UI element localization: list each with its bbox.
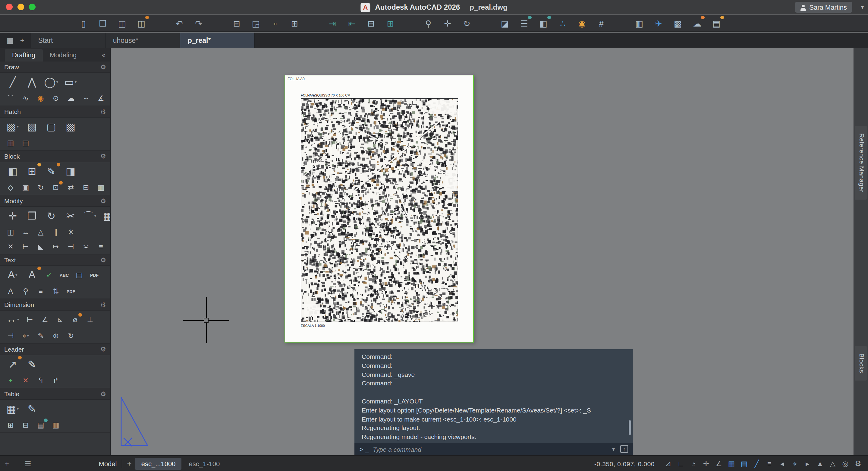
save-as-icon[interactable]: ◫	[135, 17, 148, 30]
dimension-break-tool[interactable]: ⊣	[5, 330, 16, 341]
light-icon[interactable]: ◉	[576, 17, 588, 30]
gear-icon[interactable]: ⚙	[100, 108, 106, 116]
new-file-icon[interactable]: ▯	[77, 17, 90, 30]
ortho-icon[interactable]: ∟	[676, 458, 686, 469]
block-attributes-tool[interactable]: ◨	[63, 164, 79, 178]
gear-icon[interactable]: ⚙	[100, 256, 106, 264]
cloud-icon[interactable]: ☁	[691, 17, 704, 30]
palettes-icon[interactable]: ▥	[633, 17, 646, 30]
palette-menu-icon[interactable]: ☰	[25, 459, 31, 468]
gear-icon[interactable]: ⚙	[100, 197, 106, 205]
scale-tool[interactable]: △	[35, 227, 46, 238]
rectangle-tool[interactable]: ▭▾	[63, 75, 79, 89]
pan-icon[interactable]: ✛	[441, 17, 454, 30]
mtext-tool[interactable]: A▾	[5, 268, 21, 282]
image-icon[interactable]: ▩	[672, 17, 684, 30]
field-icon[interactable]: #	[595, 17, 608, 30]
page-setup-icon[interactable]: ▫	[269, 17, 281, 30]
fillet-tool[interactable]: ⌒▾	[82, 209, 98, 223]
arc-tool[interactable]: ⌒	[5, 93, 16, 104]
osnap-tracking-icon[interactable]: ✛	[701, 458, 711, 469]
multileader-style-tool[interactable]: ✎	[24, 357, 40, 372]
align-leaders-tool[interactable]: ↰	[35, 375, 46, 386]
lengthen-tool[interactable]: ↦	[50, 241, 61, 252]
overkill-tool[interactable]: ▭	[110, 241, 111, 252]
block-editor-tool[interactable]: ⊞	[110, 182, 111, 193]
command-menu-caret-icon[interactable]: ▾	[612, 446, 615, 452]
center-mark-tool[interactable]: ⌖▾	[20, 330, 31, 341]
gear-icon[interactable]: ⚙	[100, 390, 106, 398]
file-tab-uhouse[interactable]: uhouse*	[106, 33, 181, 48]
isodraft-icon[interactable]: ∠	[714, 458, 724, 469]
chamfer-tool[interactable]: ◣	[35, 241, 46, 252]
polar-tracking-icon[interactable]: ◔	[688, 458, 699, 469]
pdf-import-icon[interactable]: ⇥	[326, 17, 339, 30]
fullscreen-window-button[interactable]	[29, 4, 36, 10]
insert-block-tool[interactable]: ◧	[5, 164, 21, 178]
add-leader-tool[interactable]: +	[5, 375, 16, 386]
command-scrollbar[interactable]	[629, 420, 631, 435]
align-tool[interactable]: ≡	[95, 241, 107, 252]
palette-tab-blocks[interactable]: Blocks	[855, 346, 867, 380]
gear-icon[interactable]: ⚙	[100, 152, 106, 160]
share-icon[interactable]: ✈	[652, 17, 665, 30]
copy-tool[interactable]: ❐	[24, 209, 40, 223]
table-tool[interactable]: ▦▾	[5, 402, 21, 416]
scale-text-tool[interactable]: ⇅	[50, 286, 61, 297]
multileader-tool[interactable]: ↗	[5, 357, 21, 372]
trim-tool[interactable]: ✂	[63, 209, 79, 223]
layer-icon[interactable]: ☰	[518, 17, 530, 30]
text-style-tool[interactable]: ▤	[73, 270, 85, 281]
revision-cloud-tool[interactable]: ☁	[65, 93, 76, 104]
insert-block-icon[interactable]: ◧	[537, 17, 550, 30]
merge-cells-tool[interactable]: ⊟	[20, 420, 31, 431]
palette-tab-drafting[interactable]: Drafting	[5, 49, 42, 61]
layout-tab-esc-1000[interactable]: esc_...1000	[135, 458, 182, 470]
snap-icon[interactable]: ▤	[739, 458, 749, 469]
remove-leader-tool[interactable]: ✕	[20, 375, 31, 386]
undo-icon[interactable]: ↶	[173, 17, 186, 30]
polyline-tool[interactable]: ⋀	[24, 75, 40, 89]
angular-dimension-tool[interactable]: ⊾	[54, 314, 66, 325]
insert-cell-tool[interactable]: ⊞	[5, 420, 16, 431]
new-tab-icon[interactable]: +	[20, 36, 24, 44]
hatch-edit-tool[interactable]: ▦	[5, 138, 16, 148]
point-tool[interactable]: ◉	[35, 93, 46, 104]
measure-tool[interactable]: ∡	[95, 93, 107, 104]
command-share-icon[interactable]: ↑	[620, 445, 628, 453]
command-input[interactable]	[373, 445, 608, 452]
join-tool[interactable]: ≍	[80, 241, 92, 252]
orbit-icon[interactable]: ↻	[461, 17, 473, 30]
user-account-button[interactable]: Sara Martins	[795, 2, 852, 13]
hatch-tool[interactable]: ▨▾	[5, 119, 21, 134]
diameter-dimension-tool[interactable]: ⌀	[69, 314, 81, 325]
selection-cursor-icon[interactable]: ⌖	[789, 458, 800, 469]
data-link-tool[interactable]: ▤	[35, 420, 46, 431]
text-abc-tool[interactable]: ABC	[59, 270, 70, 281]
annotation-visibility-icon[interactable]: ▲	[815, 458, 825, 469]
match-properties-icon[interactable]: ◪	[498, 17, 511, 30]
point-style-icon[interactable]: ∴	[556, 17, 569, 30]
block-library-tool[interactable]: ▥	[95, 182, 107, 193]
gear-icon[interactable]: ⚙	[100, 301, 106, 308]
write-block-tool[interactable]: ⊟	[80, 182, 92, 193]
move-tool[interactable]: ✛	[5, 209, 21, 223]
gear-icon[interactable]: ⚙	[100, 63, 106, 71]
tab-overview-icon[interactable]: ▦	[7, 36, 13, 44]
annotation-autoscale-icon[interactable]: △	[828, 458, 838, 469]
user-menu-caret-icon[interactable]: ▾	[861, 4, 864, 10]
boundary-tool[interactable]: ▢	[43, 119, 59, 134]
collect-leaders-tool[interactable]: ↱	[50, 375, 61, 386]
hatch-settings-tool[interactable]: ▤	[20, 138, 31, 148]
mirror-tool[interactable]: ◫	[5, 227, 16, 238]
spline-tool[interactable]: ∿	[20, 93, 31, 104]
command-history[interactable]: Command:Command:Command: _qsaveCommand: …	[354, 349, 633, 443]
stretch-tool[interactable]: ↔	[20, 227, 31, 238]
ordinate-dimension-tool[interactable]: ⊥	[84, 314, 96, 325]
spell-check-tool[interactable]: ✓	[43, 270, 55, 281]
model-paper-toggle-icon[interactable]: ⊿	[663, 458, 673, 469]
define-attributes-tool[interactable]: ◇	[5, 182, 16, 193]
manage-attributes-tool[interactable]: ▣	[20, 182, 31, 193]
gear-icon[interactable]: ⚙	[853, 458, 863, 469]
export-icon[interactable]: ⇤	[345, 17, 358, 30]
